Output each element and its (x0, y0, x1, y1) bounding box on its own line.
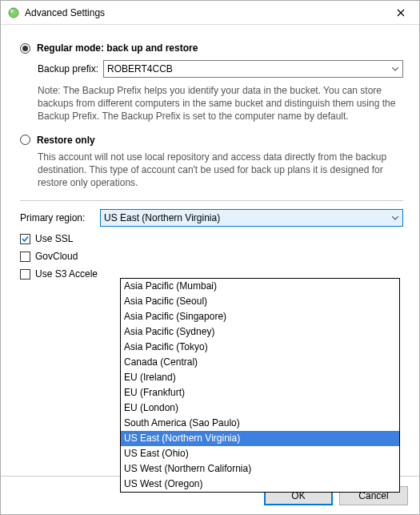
backup-prefix-combo[interactable]: ROBERT4CCB (103, 60, 403, 78)
close-button[interactable] (382, 1, 419, 25)
dropdown-item[interactable]: US East (Northern Virginia) (121, 431, 399, 446)
dropdown-item[interactable]: EU (London) (121, 400, 399, 416)
primary-region-value: US East (Northern Virginia) (104, 212, 388, 223)
divider (20, 200, 403, 201)
app-icon (7, 6, 20, 19)
dialog-content: Regular mode: back up and restore Backup… (1, 25, 419, 280)
checkbox-govcloud[interactable]: GovCloud (20, 251, 403, 262)
dropdown-item[interactable]: South America (Sao Paulo) (121, 416, 399, 431)
dropdown-item[interactable]: EU (Frankfurt) (121, 385, 399, 400)
restore-only-note: This account will not use local reposito… (38, 151, 403, 190)
radio-regular-label: Regular mode: back up and restore (37, 42, 198, 54)
dropdown-item[interactable]: Asia Pacific (Sydney) (121, 324, 399, 340)
dropdown-item[interactable]: Asia Pacific (Mumbai) (121, 279, 399, 294)
chevron-down-icon (388, 216, 402, 220)
dropdown-item[interactable]: US West (Northern California) (121, 461, 399, 477)
chevron-down-icon (388, 67, 402, 71)
backup-prefix-row: Backup prefix: ROBERT4CCB (38, 60, 403, 78)
primary-region-dropdown[interactable]: Asia Pacific (Mumbai)Asia Pacific (Seoul… (120, 278, 400, 493)
radio-icon (20, 135, 30, 145)
radio-icon (20, 43, 30, 54)
primary-region-label: Primary region: (20, 212, 100, 223)
window-title: Advanced Settings (25, 7, 382, 18)
primary-region-combo[interactable]: US East (Northern Virginia) (100, 209, 403, 227)
radio-restore-label: Restore only (37, 135, 95, 146)
radio-regular-mode[interactable]: Regular mode: back up and restore (20, 42, 403, 54)
dropdown-item[interactable]: EU (Ireland) (121, 370, 399, 385)
checkbox-use-ssl[interactable]: Use SSL (20, 233, 403, 244)
checkbox-label: GovCloud (35, 251, 78, 262)
svg-point-1 (10, 10, 14, 13)
titlebar: Advanced Settings (1, 1, 419, 25)
dropdown-item[interactable]: Canada (Central) (121, 355, 399, 370)
dropdown-item[interactable]: Asia Pacific (Singapore) (121, 309, 399, 324)
dropdown-item[interactable]: US East (Ohio) (121, 446, 399, 461)
checkbox-icon (20, 251, 30, 262)
backup-prefix-value: ROBERT4CCB (107, 63, 388, 74)
dropdown-item[interactable]: Asia Pacific (Seoul) (121, 294, 399, 309)
svg-point-0 (9, 8, 18, 18)
primary-region-row: Primary region: US East (Northern Virgin… (20, 209, 403, 227)
checkbox-label: Use S3 Accele (35, 268, 98, 280)
checkbox-icon (20, 269, 30, 280)
dropdown-item[interactable]: US West (Oregon) (121, 477, 399, 492)
radio-restore-only[interactable]: Restore only (20, 135, 403, 146)
backup-prefix-label: Backup prefix: (38, 63, 98, 74)
backup-prefix-note: Note: The Backup Prefix helps you identi… (38, 84, 403, 123)
dropdown-item[interactable]: Asia Pacific (Tokyo) (121, 340, 399, 355)
checkbox-icon (20, 234, 30, 244)
checkbox-label: Use SSL (35, 233, 73, 244)
